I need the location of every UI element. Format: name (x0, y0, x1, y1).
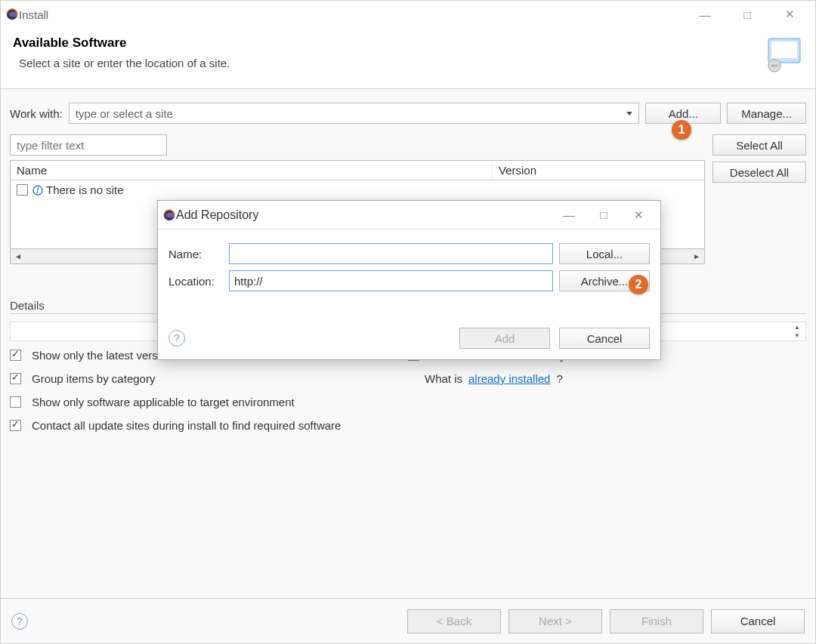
location-label: Location: (168, 275, 223, 288)
help-icon: ? (11, 613, 28, 630)
eclipse-icon (5, 8, 19, 21)
row-checkbox[interactable] (17, 184, 28, 196)
work-with-combo[interactable]: type or select a site (69, 103, 640, 124)
window-title: Install (19, 8, 48, 21)
option-contact-sites[interactable]: Contact all update sites during install … (10, 419, 806, 432)
titlebar: Install — □ ✕ (1, 1, 815, 28)
cancel-button[interactable]: Cancel (711, 609, 805, 633)
dialog-add-button[interactable]: Add (459, 328, 550, 349)
dialog-minimize-button[interactable]: — (552, 203, 586, 227)
svg-text:i: i (36, 185, 39, 196)
dialog-cancel-button[interactable]: Cancel (559, 328, 650, 349)
close-button[interactable]: ✕ (768, 2, 811, 26)
already-installed-hint: What is already installed? (408, 372, 806, 385)
minimize-button[interactable]: — (684, 2, 726, 26)
name-label: Name: (168, 248, 223, 260)
work-with-row: Work with: type or select a site Add... … (10, 103, 806, 124)
spin-down-icon[interactable]: ▼ (790, 332, 804, 340)
checkbox[interactable] (10, 420, 21, 431)
dialog-maximize-button[interactable]: □ (586, 203, 621, 227)
col-name[interactable]: Name (11, 161, 493, 180)
option-label: Contact all update sites during install … (32, 419, 341, 432)
already-installed-link[interactable]: already installed (468, 372, 550, 385)
name-input[interactable] (229, 243, 553, 264)
empty-message: There is no site (46, 183, 124, 196)
hint-prefix: What is (425, 372, 462, 385)
details-label: Details (10, 299, 48, 314)
wizard-footer: ? < Back Next > Finish Cancel (1, 598, 815, 643)
select-all-button[interactable]: Select All (712, 134, 806, 156)
window-controls: — □ ✕ (684, 2, 811, 26)
svg-point-5 (771, 64, 778, 67)
filter-input[interactable] (10, 134, 167, 156)
dialog-help-button[interactable]: ? (168, 330, 185, 347)
option-group-category[interactable]: Group items by category (10, 372, 408, 385)
checkbox[interactable] (10, 396, 21, 408)
option-label: Show only software applicable to target … (32, 396, 295, 408)
dialog-title: Add Repository (176, 208, 258, 222)
dialog-close-button[interactable]: ✕ (621, 203, 656, 227)
next-button[interactable]: Next > (508, 609, 602, 633)
checkbox[interactable] (10, 350, 21, 361)
page-subtitle: Select a site or enter the location of a… (13, 57, 764, 69)
col-version[interactable]: Version (493, 161, 704, 180)
spin-up-icon[interactable]: ▲ (790, 324, 804, 332)
work-with-label: Work with: (10, 107, 63, 120)
options-grid: Show only the latest versions of availab… (10, 349, 806, 432)
add-repository-dialog: Add Repository — □ ✕ Name: Local... Loca… (157, 200, 661, 360)
annotation-badge-1: 1 (672, 120, 691, 140)
location-input[interactable] (229, 270, 553, 291)
checkbox[interactable] (10, 373, 21, 384)
local-button[interactable]: Local... (559, 243, 650, 264)
page-title: Available Software (13, 35, 764, 51)
table-row[interactable]: i There is no site (11, 180, 704, 199)
dialog-titlebar: Add Repository — □ ✕ (158, 201, 660, 230)
wizard-header: Available Software Select a site or ente… (1, 28, 815, 89)
scroll-left-icon[interactable]: ◄ (12, 251, 24, 263)
table-header: Name Version (11, 161, 704, 180)
annotation-badge-2: 2 (629, 275, 648, 294)
install-wizard-icon (764, 35, 803, 75)
eclipse-icon (162, 208, 176, 222)
option-label: Group items by category (32, 372, 155, 385)
help-button[interactable]: ? (11, 613, 28, 630)
deselect-all-button[interactable]: Deselect All (712, 162, 806, 183)
help-icon: ? (168, 330, 185, 347)
details-spinner[interactable]: ▲ ▼ (790, 324, 804, 340)
info-icon: i (32, 185, 43, 196)
svg-rect-3 (771, 42, 797, 58)
option-target-env[interactable]: Show only software applicable to target … (10, 396, 408, 408)
maximize-button[interactable]: □ (726, 2, 768, 26)
back-button[interactable]: < Back (407, 609, 501, 633)
finish-button[interactable]: Finish (610, 609, 703, 633)
manage-sites-button[interactable]: Manage... (727, 103, 806, 124)
hint-suffix: ? (556, 372, 562, 385)
scroll-right-icon[interactable]: ► (691, 251, 703, 263)
